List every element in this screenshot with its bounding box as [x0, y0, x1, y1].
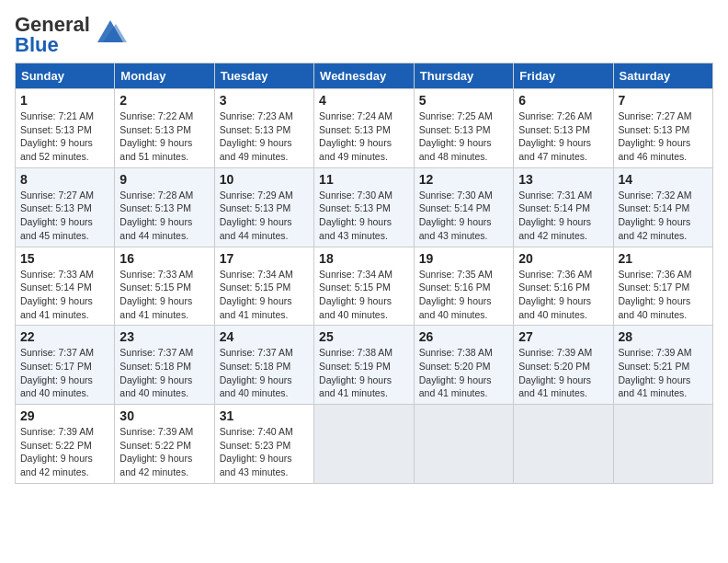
calendar-week-row: 22 Sunrise: 7:37 AMSunset: 5:17 PMDaylig…	[16, 326, 713, 405]
calendar-cell: 27 Sunrise: 7:39 AMSunset: 5:20 PMDaylig…	[514, 326, 613, 405]
day-header-sunday: Sunday	[16, 63, 115, 89]
day-info: Sunrise: 7:26 AMSunset: 5:13 PMDaylight:…	[518, 110, 592, 162]
day-header-monday: Monday	[115, 63, 214, 89]
day-number: 26	[419, 329, 508, 344]
day-number: 30	[119, 408, 209, 423]
day-number: 23	[119, 329, 209, 344]
calendar-cell: 15 Sunrise: 7:33 AMSunset: 5:14 PMDaylig…	[16, 247, 115, 326]
day-number: 7	[619, 93, 709, 108]
day-number: 6	[518, 93, 608, 108]
calendar-header-row: SundayMondayTuesdayWednesdayThursdayFrid…	[16, 63, 713, 89]
calendar-week-row: 8 Sunrise: 7:27 AMSunset: 5:13 PMDayligh…	[16, 167, 713, 247]
day-number: 3	[220, 93, 309, 108]
day-info: Sunrise: 7:29 AMSunset: 5:13 PMDaylight:…	[220, 190, 293, 241]
day-number: 18	[319, 251, 409, 266]
day-info: Sunrise: 7:21 AMSunset: 5:13 PMDaylight:…	[20, 110, 94, 162]
calendar-week-row: 29 Sunrise: 7:39 AMSunset: 5:22 PMDaylig…	[16, 405, 713, 484]
calendar-cell: 28 Sunrise: 7:39 AMSunset: 5:21 PMDaylig…	[613, 326, 713, 405]
calendar-cell: 21 Sunrise: 7:36 AMSunset: 5:17 PMDaylig…	[613, 247, 713, 326]
day-info: Sunrise: 7:37 AMSunset: 5:18 PMDaylight:…	[220, 347, 293, 398]
day-number: 28	[619, 329, 709, 344]
day-info: Sunrise: 7:40 AMSunset: 5:23 PMDaylight:…	[220, 426, 293, 477]
logo: General Blue	[15, 15, 127, 55]
calendar-cell: 5 Sunrise: 7:25 AMSunset: 5:13 PMDayligh…	[414, 89, 513, 168]
calendar-week-row: 1 Sunrise: 7:21 AMSunset: 5:13 PMDayligh…	[16, 89, 713, 168]
calendar-cell	[414, 405, 513, 484]
day-info: Sunrise: 7:33 AMSunset: 5:14 PMDaylight:…	[20, 269, 94, 320]
calendar-cell: 8 Sunrise: 7:27 AMSunset: 5:13 PMDayligh…	[16, 167, 115, 247]
day-info: Sunrise: 7:35 AMSunset: 5:16 PMDaylight:…	[419, 269, 493, 320]
day-info: Sunrise: 7:36 AMSunset: 5:17 PMDaylight:…	[619, 269, 692, 320]
calendar-cell: 25 Sunrise: 7:38 AMSunset: 5:19 PMDaylig…	[314, 326, 415, 405]
day-number: 5	[419, 93, 508, 108]
calendar-cell: 14 Sunrise: 7:32 AMSunset: 5:14 PMDaylig…	[613, 167, 713, 247]
day-number: 17	[220, 251, 309, 266]
day-number: 13	[518, 172, 608, 187]
day-info: Sunrise: 7:34 AMSunset: 5:15 PMDaylight:…	[220, 269, 293, 320]
calendar-cell: 26 Sunrise: 7:38 AMSunset: 5:20 PMDaylig…	[414, 326, 513, 405]
day-info: Sunrise: 7:30 AMSunset: 5:14 PMDaylight:…	[419, 190, 493, 241]
page-header: General Blue	[15, 15, 713, 55]
calendar-cell: 6 Sunrise: 7:26 AMSunset: 5:13 PMDayligh…	[514, 89, 613, 168]
day-header-tuesday: Tuesday	[214, 63, 313, 89]
day-info: Sunrise: 7:37 AMSunset: 5:18 PMDaylight:…	[119, 347, 193, 398]
day-number: 1	[20, 93, 109, 108]
calendar-cell: 13 Sunrise: 7:31 AMSunset: 5:14 PMDaylig…	[514, 167, 613, 247]
calendar-cell	[314, 405, 415, 484]
calendar-cell: 19 Sunrise: 7:35 AMSunset: 5:16 PMDaylig…	[414, 247, 513, 326]
day-number: 11	[319, 172, 409, 187]
calendar-cell: 2 Sunrise: 7:22 AMSunset: 5:13 PMDayligh…	[115, 89, 214, 168]
day-number: 8	[20, 172, 109, 187]
calendar-cell: 31 Sunrise: 7:40 AMSunset: 5:23 PMDaylig…	[214, 405, 313, 484]
calendar-cell: 3 Sunrise: 7:23 AMSunset: 5:13 PMDayligh…	[214, 89, 313, 168]
calendar-cell: 23 Sunrise: 7:37 AMSunset: 5:18 PMDaylig…	[115, 326, 214, 405]
calendar-cell	[613, 405, 713, 484]
day-info: Sunrise: 7:28 AMSunset: 5:13 PMDaylight:…	[119, 190, 193, 241]
calendar-cell: 16 Sunrise: 7:33 AMSunset: 5:15 PMDaylig…	[115, 247, 214, 326]
day-info: Sunrise: 7:37 AMSunset: 5:17 PMDaylight:…	[20, 347, 94, 398]
day-info: Sunrise: 7:39 AMSunset: 5:20 PMDaylight:…	[518, 347, 592, 398]
calendar-cell: 24 Sunrise: 7:37 AMSunset: 5:18 PMDaylig…	[214, 326, 313, 405]
calendar-cell: 10 Sunrise: 7:29 AMSunset: 5:13 PMDaylig…	[214, 167, 313, 247]
day-info: Sunrise: 7:39 AMSunset: 5:22 PMDaylight:…	[20, 426, 94, 477]
calendar-cell: 1 Sunrise: 7:21 AMSunset: 5:13 PMDayligh…	[16, 89, 115, 168]
calendar-cell: 17 Sunrise: 7:34 AMSunset: 5:15 PMDaylig…	[214, 247, 313, 326]
calendar-cell: 20 Sunrise: 7:36 AMSunset: 5:16 PMDaylig…	[514, 247, 613, 326]
logo-icon	[94, 17, 127, 44]
day-info: Sunrise: 7:39 AMSunset: 5:22 PMDaylight:…	[119, 426, 193, 477]
day-number: 16	[119, 251, 209, 266]
day-number: 25	[319, 329, 409, 344]
day-number: 20	[518, 251, 608, 266]
day-header-wednesday: Wednesday	[314, 63, 415, 89]
day-info: Sunrise: 7:30 AMSunset: 5:13 PMDaylight:…	[319, 190, 392, 241]
day-info: Sunrise: 7:39 AMSunset: 5:21 PMDaylight:…	[619, 347, 692, 398]
day-number: 12	[419, 172, 508, 187]
day-info: Sunrise: 7:24 AMSunset: 5:13 PMDaylight:…	[319, 110, 392, 162]
day-info: Sunrise: 7:27 AMSunset: 5:13 PMDaylight:…	[619, 110, 692, 162]
day-info: Sunrise: 7:36 AMSunset: 5:16 PMDaylight:…	[518, 269, 592, 320]
day-header-thursday: Thursday	[414, 63, 513, 89]
day-number: 29	[20, 408, 109, 423]
day-number: 21	[619, 251, 709, 266]
day-number: 22	[20, 329, 109, 344]
day-header-saturday: Saturday	[613, 63, 713, 89]
day-info: Sunrise: 7:23 AMSunset: 5:13 PMDaylight:…	[220, 110, 293, 162]
day-info: Sunrise: 7:25 AMSunset: 5:13 PMDaylight:…	[419, 110, 493, 162]
day-info: Sunrise: 7:31 AMSunset: 5:14 PMDaylight:…	[518, 190, 592, 241]
day-number: 2	[119, 93, 209, 108]
day-number: 14	[619, 172, 709, 187]
calendar-cell: 7 Sunrise: 7:27 AMSunset: 5:13 PMDayligh…	[613, 89, 713, 168]
day-info: Sunrise: 7:38 AMSunset: 5:19 PMDaylight:…	[319, 347, 392, 398]
calendar-cell: 11 Sunrise: 7:30 AMSunset: 5:13 PMDaylig…	[314, 167, 415, 247]
calendar-cell: 22 Sunrise: 7:37 AMSunset: 5:17 PMDaylig…	[16, 326, 115, 405]
calendar-cell: 12 Sunrise: 7:30 AMSunset: 5:14 PMDaylig…	[414, 167, 513, 247]
day-number: 9	[119, 172, 209, 187]
calendar-cell	[514, 405, 613, 484]
calendar-cell: 30 Sunrise: 7:39 AMSunset: 5:22 PMDaylig…	[115, 405, 214, 484]
day-info: Sunrise: 7:27 AMSunset: 5:13 PMDaylight:…	[20, 190, 94, 241]
day-number: 15	[20, 251, 109, 266]
calendar-cell: 4 Sunrise: 7:24 AMSunset: 5:13 PMDayligh…	[314, 89, 415, 168]
day-header-friday: Friday	[514, 63, 613, 89]
calendar-week-row: 15 Sunrise: 7:33 AMSunset: 5:14 PMDaylig…	[16, 247, 713, 326]
calendar-cell: 18 Sunrise: 7:34 AMSunset: 5:15 PMDaylig…	[314, 247, 415, 326]
